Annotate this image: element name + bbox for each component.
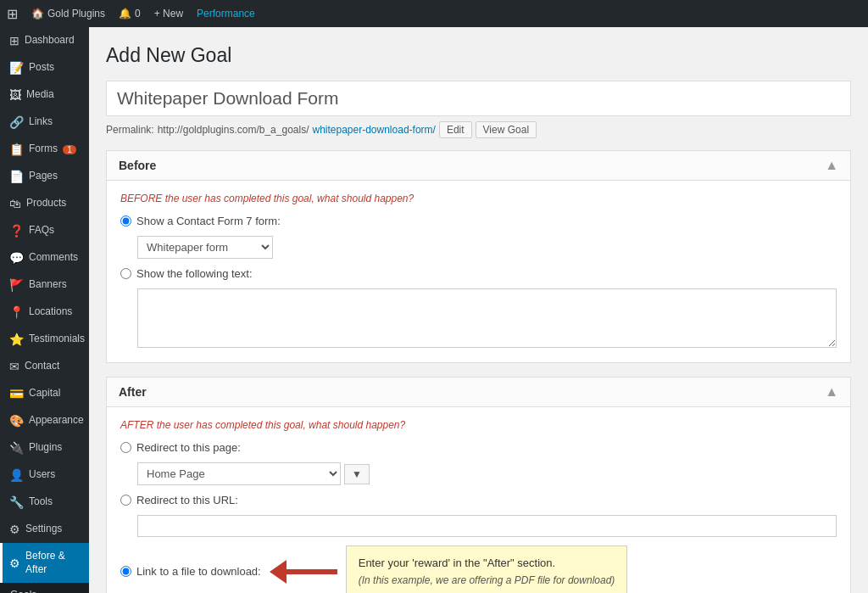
after-radio-page: Redirect to this page:: [120, 441, 837, 454]
sidebar-label-appearance: Appearance: [29, 414, 84, 428]
admin-bar-new[interactable]: + New: [154, 8, 183, 20]
annotation-wrap: Link to a file to download: Enter your '…: [120, 545, 837, 593]
media-icon: 🖼: [9, 88, 21, 102]
sidebar-item-posts[interactable]: 📝 Posts: [0, 54, 89, 81]
after-radio-url-input[interactable]: [120, 495, 131, 506]
before-radio-text-label: Show the following text:: [136, 267, 253, 280]
sidebar-item-pages[interactable]: 📄 Pages: [0, 163, 89, 190]
permalink-slug[interactable]: whitepaper-download-form/: [312, 124, 435, 136]
sidebar-item-appearance[interactable]: 🎨 Appearance: [0, 407, 89, 434]
sidebar-label-tools: Tools: [29, 495, 53, 509]
sidebar-item-settings[interactable]: ⚙ Settings: [0, 516, 89, 543]
sidebar-label-contact: Contact: [25, 360, 59, 373]
sidebar-item-links[interactable]: 🔗 Links: [0, 109, 89, 136]
after-radio-page-input[interactable]: [120, 442, 131, 453]
sidebar-label-products: Products: [26, 197, 66, 210]
admin-bar-new-label: + New: [154, 8, 183, 20]
sidebar-label-before-after: Before & After: [25, 550, 82, 576]
sidebar-item-banners[interactable]: 🚩 Banners: [0, 271, 89, 299]
sidebar-label-posts: Posts: [29, 61, 54, 75]
main-content: Add New Goal Permalink: http://goldplugi…: [89, 27, 868, 593]
faqs-icon: ❓: [9, 224, 24, 238]
after-section-description: AFTER the user has completed this goal, …: [120, 419, 837, 431]
sidebar-item-capital[interactable]: 💳 Capital: [0, 380, 89, 407]
admin-bar-perf-label: Performance: [197, 8, 255, 20]
permalink-edit-button[interactable]: Edit: [439, 121, 472, 138]
sidebar-item-testimonials[interactable]: ⭐ Testimonials: [0, 326, 89, 353]
before-radio-text: Show the following text:: [120, 267, 837, 280]
before-text-area[interactable]: [137, 288, 837, 348]
after-radio-url-label: Redirect to this URL:: [136, 494, 238, 506]
sidebar-item-before-after[interactable]: ⚙ Before & After: [0, 543, 89, 583]
sidebar-sub-label-goals: Goals: [10, 589, 36, 593]
sidebar-item-products[interactable]: 🛍 Products: [0, 190, 89, 217]
after-section-body: AFTER the user has completed this goal, …: [107, 407, 850, 593]
users-icon: 👤: [9, 468, 24, 482]
permalink-bar: Permalink: http://goldplugins.com/b_a_go…: [106, 121, 851, 138]
annotation-box: Enter your 'reward' in the "After" secti…: [346, 545, 628, 593]
sidebar-sub-goals[interactable]: Goals: [0, 583, 89, 593]
permalink-view-button[interactable]: View Goal: [476, 121, 537, 138]
admin-bar: ⊞ 🏠 Gold Plugins 🔔 0 + New Performance: [0, 0, 868, 27]
after-section-header: After ▲: [107, 378, 850, 407]
before-section-toggle[interactable]: ▲: [825, 158, 838, 173]
sidebar-label-media: Media: [26, 88, 54, 102]
forms-badge: 1: [63, 145, 76, 154]
site-icon: 🏠: [31, 8, 44, 20]
sidebar-label-plugins: Plugins: [29, 441, 62, 455]
after-page-select[interactable]: Home Page: [137, 462, 341, 485]
locations-icon: 📍: [9, 305, 24, 319]
sidebar-item-comments[interactable]: 💬 Comments: [0, 244, 89, 271]
annotation-sub-text: (In this example, we are offering a PDF …: [359, 574, 615, 586]
tools-icon: 🔧: [9, 495, 24, 509]
sidebar-item-plugins[interactable]: 🔌 Plugins: [0, 434, 89, 462]
after-radio-page-label: Redirect to this page:: [136, 441, 241, 454]
before-after-icon: ⚙: [9, 557, 20, 570]
sidebar-item-forms[interactable]: 📋 Forms 1: [0, 136, 89, 163]
before-section-title: Before: [119, 159, 156, 172]
admin-bar-site[interactable]: 🏠 Gold Plugins: [31, 8, 105, 20]
sidebar-item-tools[interactable]: 🔧 Tools: [0, 489, 89, 516]
settings-icon: ⚙: [9, 523, 20, 536]
after-section-toggle[interactable]: ▲: [825, 384, 838, 400]
pages-icon: 📄: [9, 170, 24, 183]
sidebar-label-faqs: FAQs: [29, 224, 54, 238]
sidebar-item-media[interactable]: 🖼 Media: [0, 81, 89, 109]
sidebar-label-pages: Pages: [29, 170, 58, 183]
admin-bar-site-name: Gold Plugins: [47, 8, 105, 20]
annotation-main-text: Enter your 'reward' in the "After" secti…: [359, 555, 615, 572]
appearance-icon: 🎨: [9, 414, 24, 428]
after-page-dropdown-btn[interactable]: ▼: [344, 464, 370, 484]
after-radio-file-row: Link to a file to download:: [120, 565, 261, 578]
after-url-input[interactable]: [137, 515, 837, 537]
after-radio-file-label: Link to a file to download:: [136, 565, 261, 578]
page-title: Add New Goal: [106, 44, 851, 67]
after-radio-file-input[interactable]: [120, 566, 131, 577]
after-radio-url: Redirect to this URL:: [120, 494, 837, 506]
before-form-select[interactable]: Whitepaper form: [137, 236, 273, 259]
products-icon: 🛍: [9, 197, 21, 210]
before-radio-cf7-label: Show a Contact Form 7 form:: [136, 215, 281, 227]
sidebar-item-users[interactable]: 👤 Users: [0, 462, 89, 489]
sidebar-item-dashboard[interactable]: ⊞ Dashboard: [0, 27, 89, 54]
annotation-arrow: [270, 560, 337, 584]
after-url-row: [137, 515, 837, 537]
before-section-header: Before ▲: [107, 151, 850, 181]
sidebar-item-contact[interactable]: ✉ Contact: [0, 353, 89, 380]
sidebar-label-forms: Forms: [29, 143, 58, 156]
sidebar-label-settings: Settings: [25, 523, 62, 536]
admin-bar-notif[interactable]: 🔔 0: [119, 8, 141, 20]
before-radio-text-input[interactable]: [120, 268, 131, 279]
admin-bar-perf[interactable]: Performance: [197, 8, 255, 20]
sidebar-item-faqs[interactable]: ❓ FAQs: [0, 217, 89, 244]
before-radio-cf7[interactable]: [120, 215, 131, 227]
before-section-description: BEFORE the user has completed this goal,…: [120, 193, 837, 204]
sidebar-item-locations[interactable]: 📍 Locations: [0, 299, 89, 326]
sidebar-label-capital: Capital: [29, 387, 60, 400]
plugins-icon: 🔌: [9, 441, 24, 455]
permalink-label: Permalink:: [106, 124, 154, 136]
sidebar-before-after-sub: Goals Conversions Settings Help & Troubl…: [0, 583, 89, 593]
before-section-body: BEFORE the user has completed this goal,…: [107, 181, 850, 362]
goal-name-input[interactable]: [106, 81, 851, 116]
sidebar-label-banners: Banners: [29, 278, 67, 292]
